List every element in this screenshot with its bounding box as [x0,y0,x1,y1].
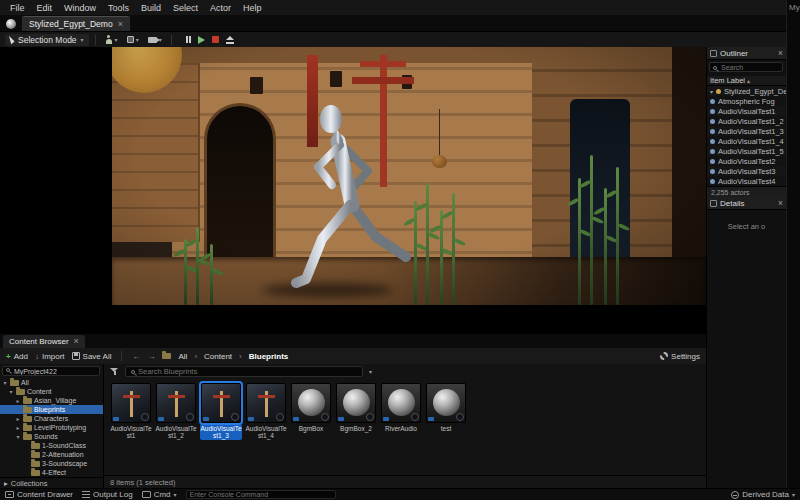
folder-characters[interactable]: ▸Characters [0,414,103,423]
breadcrumb-blueprints[interactable]: Blueprints [249,352,289,361]
asset-search-input[interactable] [125,366,363,377]
import-icon: ↓ [35,352,39,361]
selection-mode-dropdown[interactable]: Selection Mode ▾ [5,34,89,46]
blueprints-dropdown[interactable]: ▾ [124,35,142,44]
details-header[interactable]: Details × [707,197,786,210]
outliner-column-header[interactable]: Item Label ▴ [707,76,786,86]
menu-help[interactable]: Help [237,3,268,13]
person-icon [105,35,113,44]
folder-attenuation[interactable]: 2-Attenuation [0,450,103,459]
outliner-row[interactable]: AudioVisualTest1_4 [707,136,786,146]
level-tab-label: Stylized_Egypt_Demo [29,19,113,29]
folder-blueprints[interactable]: Blueprints [0,405,103,414]
asset-tile-bgmbox[interactable]: BgmBox [290,383,332,433]
menu-build[interactable]: Build [135,3,167,13]
level-viewport[interactable] [0,47,706,333]
outliner-row[interactable]: AudioVisualTest1 [707,106,786,116]
close-icon[interactable]: × [74,337,79,346]
console-command-input[interactable] [186,490,336,499]
outliner-row[interactable]: AudioVisualTest1_5 [707,146,786,156]
settings-button[interactable]: Settings [660,352,700,361]
content-browser-tab[interactable]: Content Browser × [3,335,85,348]
settings-label: Settings [671,352,700,361]
folder-effect[interactable]: 4-Effect [0,468,103,477]
chevron-right-icon: ▸ [4,479,8,488]
search-icon [713,66,717,70]
folder-levelprototyping[interactable]: ▸LevelPrototyping [0,423,103,432]
expander-icon[interactable]: ▾ [2,379,8,386]
folder-soundscape[interactable]: 3-Soundscape [0,459,103,468]
stop-button[interactable] [212,36,219,43]
outliner-row[interactable]: AudioVisualTest4 [707,176,786,186]
tab-stylized-egypt-demo[interactable]: Stylized_Egypt_Demo × [22,16,130,31]
asset-tile-audiovisualtest1-2[interactable]: AudioVisualTest1_2 [155,383,197,440]
folder-soundclass[interactable]: 1-SoundClass [0,441,103,450]
import-label: Import [42,352,65,361]
close-icon[interactable]: × [118,20,123,29]
asset-tile-audiovisualtest1-3[interactable]: AudioVisualTest1_3 [200,383,242,440]
menu-actor[interactable]: Actor [204,3,237,13]
expander-icon[interactable]: ▾ [710,88,713,95]
actor-icon [710,149,715,154]
forward-button[interactable]: → [147,352,155,361]
outliner-row[interactable]: AudioVisualTest1_2 [707,116,786,126]
output-log-button[interactable]: Output Log [82,490,133,499]
expander-icon[interactable]: ▾ [8,388,14,395]
asset-tile-audiovisualtest1[interactable]: AudioVisualTest1 [110,383,152,440]
collections-section[interactable]: ▸ Collections [0,477,103,488]
play-button[interactable] [198,36,205,44]
expander-icon[interactable]: ▸ [15,415,21,422]
expander-icon[interactable]: ▸ [15,424,21,431]
chevron-down-icon[interactable]: ▾ [369,369,372,375]
breadcrumb-all[interactable]: All [178,352,187,361]
add-button[interactable]: + Add [6,352,28,361]
actor-icon [710,99,715,104]
asset-tile-bgmbox-2[interactable]: BgmBox_2 [335,383,377,433]
actor-icon [710,119,715,124]
derived-data-button[interactable]: Derived Data ▾ [731,490,795,499]
expander-icon[interactable]: ▾ [15,433,21,440]
outliner-row[interactable]: AudioVisualTest2 [707,156,786,166]
import-button[interactable]: ↓ Import [35,352,65,361]
outliner-row-world[interactable]: ▾Stylized_Egypt_Demo [707,86,786,96]
menu-edit[interactable]: Edit [31,3,59,13]
asset-name: AudioVisualTest1_2 [155,424,197,440]
folder-all[interactable]: ▾All [0,378,103,387]
close-icon[interactable]: × [778,49,783,58]
close-icon[interactable]: × [778,199,783,208]
content-drawer-button[interactable]: Content Drawer [5,490,73,499]
folder-content[interactable]: ▾Content [0,387,103,396]
add-actor-dropdown[interactable]: ▾ [102,34,121,45]
eject-button[interactable] [226,36,234,44]
menu-window[interactable]: Window [58,3,102,13]
outliner-row[interactable]: AudioVisualTest3 [707,166,786,176]
menu-file[interactable]: File [4,3,31,13]
menu-tools[interactable]: Tools [102,3,135,13]
folder-asian-village[interactable]: ▸Asian_Village [0,396,103,405]
asset-tile-test[interactable]: test [425,383,467,433]
asset-tile-riveraudio[interactable]: RiverAudio [380,383,422,433]
pause-button[interactable] [186,36,192,43]
row-label: Stylized_Egypt_Demo [724,87,786,96]
expander-icon[interactable]: ▸ [15,397,21,404]
outliner-search-input[interactable] [709,62,783,72]
asset-name: AudioVisualTest1_3 [200,424,242,440]
folder-icon [23,398,32,404]
folder-sounds[interactable]: ▾Sounds [0,432,103,441]
filter-icon[interactable] [110,367,119,376]
sources-search-input[interactable] [2,366,100,376]
save-all-button[interactable]: Save All [72,352,112,361]
chevron-down-icon: ▾ [792,492,795,498]
menu-select[interactable]: Select [167,3,204,13]
row-label: AudioVisualTest1_2 [718,117,784,126]
back-button[interactable]: ← [132,352,140,361]
asset-tile-audiovisualtest1-4[interactable]: AudioVisualTest1_4 [245,383,287,440]
collapsed-tab-myblueprint[interactable]: MyB [787,0,800,12]
breadcrumb-content[interactable]: Content [204,352,232,361]
outliner-row[interactable]: AudioVisualTest1_3 [707,126,786,136]
cmd-dropdown[interactable]: Cmd ▾ [142,490,177,499]
outliner-row[interactable]: Atmospheric Fog [707,96,786,106]
cinematics-dropdown[interactable]: ▾ [145,36,165,44]
output-log-label: Output Log [93,490,133,499]
outliner-header[interactable]: Outliner × [707,47,786,60]
